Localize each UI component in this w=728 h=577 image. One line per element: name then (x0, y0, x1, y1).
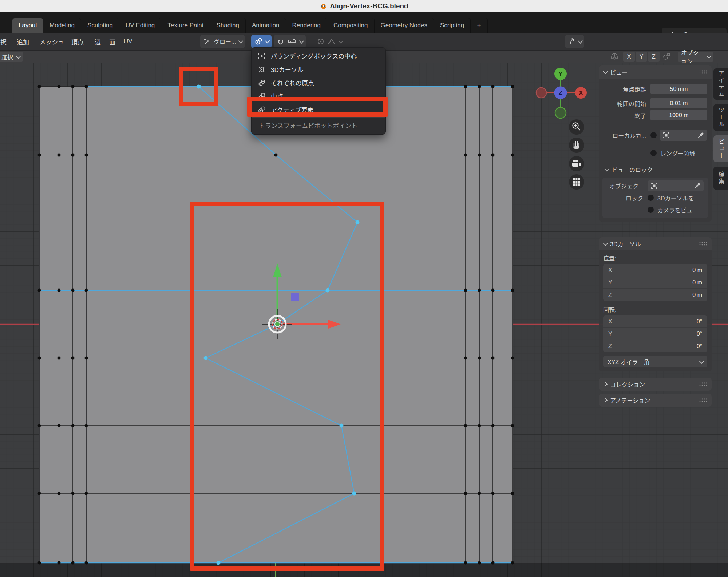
proportional-editing-group[interactable] (314, 35, 345, 48)
mirror-z-button[interactable]: Z (648, 52, 660, 62)
panel-title: 3Dカーソル (610, 239, 641, 248)
menu-item-median-point[interactable]: 中点 (252, 89, 385, 103)
lock-3d-cursor-checkbox[interactable] (648, 195, 654, 201)
rotation-label-row: 回転: (599, 304, 712, 315)
lock-cursor-row: ロック 3Dカーソルを... (602, 192, 708, 204)
zoom-button[interactable] (569, 119, 584, 135)
expand-chevron-icon (602, 382, 608, 387)
workspace-tab-animation[interactable]: Animation (246, 18, 286, 33)
cursor-rotation-y[interactable]: Y 0° (603, 328, 707, 340)
transform-orientation-dropdown[interactable]: グロー... (200, 35, 245, 48)
eyedropper-icon[interactable] (693, 182, 701, 190)
workspace-tab-scripting[interactable]: Scripting (434, 18, 471, 33)
cursor-location-x[interactable]: X 0 m (603, 264, 707, 276)
menu-face[interactable]: 面 (109, 33, 115, 50)
sidebar-tab-view[interactable]: ビュー (713, 135, 728, 162)
pivot-point-menu: バウンディングボックスの中心 3Dカーソル それぞれの原点 中点 アクティブ要素 (251, 47, 386, 135)
lock-camera-label: カメラをビュ... (657, 206, 697, 214)
chevron-down-icon (265, 39, 270, 43)
mirror-x-button[interactable]: X (623, 52, 635, 62)
eyedropper-icon[interactable] (697, 132, 704, 139)
menu-item-individual-origins[interactable]: それぞれの原点 (252, 76, 385, 89)
field-value: 50 mm (670, 86, 688, 92)
workspace-tab-rendering[interactable]: Rendering (286, 18, 327, 33)
axis-ball-negx[interactable] (536, 88, 546, 98)
clip-end-row: 終了 1000 m (599, 109, 712, 121)
menu-uv[interactable]: UV (124, 33, 132, 50)
lock-camera-row: カメラをビュ... (602, 204, 708, 216)
clip-end-field[interactable]: 1000 m (650, 110, 707, 120)
rotation-label: 回転: (603, 305, 616, 314)
toggle-ortho-button[interactable] (569, 174, 584, 190)
menu-item-bounding-box-center[interactable]: バウンディングボックスの中心 (252, 49, 385, 63)
drag-dots-icon[interactable] (699, 70, 707, 74)
rotation-mode-dropdown[interactable]: XYZ オイラー角 (603, 356, 707, 367)
pivot-point-icon (254, 37, 263, 46)
menu-vertex[interactable]: 頂点 (71, 33, 84, 50)
view-panel-header[interactable]: ビュー (599, 65, 712, 79)
cursor-location-z[interactable]: Z 0 m (603, 289, 707, 301)
panel-title: アノテーション (610, 396, 650, 405)
cursor-3d-icon (257, 65, 266, 74)
menu-item-label: アクティブ要素 (271, 105, 313, 114)
select-mode-dropdown[interactable]: 選択 (0, 52, 23, 62)
render-region-label: レンダー領域 (660, 149, 695, 158)
mirror-y-button[interactable]: Y (636, 52, 647, 62)
clip-start-row: 範囲の開始 0.01 m (599, 97, 712, 109)
cursor-panel-header[interactable]: 3Dカーソル (599, 237, 712, 250)
axis-value: 0 m (692, 279, 702, 286)
gizmos-dropdown[interactable] (565, 35, 584, 48)
collection-panel: コレクション (599, 378, 712, 391)
add-workspace-button[interactable]: + (471, 18, 488, 33)
chevron-down-icon (238, 39, 244, 44)
cursor-location-y[interactable]: Y 0 m (603, 276, 707, 289)
menu-item-active-element[interactable]: アクティブ要素 (252, 103, 385, 116)
field-value: 1000 m (669, 112, 688, 119)
sidebar-tab-edit[interactable]: 編集 (713, 167, 728, 190)
drag-dots-icon[interactable] (699, 242, 707, 246)
cursor-rotation-x[interactable]: X 0° (603, 315, 707, 328)
location-label-row: 位置: (599, 252, 712, 263)
workspace-tab-shading[interactable]: Shading (210, 18, 246, 33)
drag-dots-icon[interactable] (699, 398, 707, 402)
workspace-tab-texture-paint[interactable]: Texture Paint (161, 18, 210, 33)
menu-item-3d-cursor[interactable]: 3Dカーソル (252, 63, 385, 76)
workspace-tab-sculpting[interactable]: Sculpting (81, 18, 119, 33)
workspace-tab-modeling[interactable]: Modeling (43, 18, 81, 33)
camera-view-button[interactable] (569, 156, 584, 171)
annotation-panel-header[interactable]: アノテーション (599, 394, 712, 407)
render-region-checkbox[interactable] (650, 150, 657, 156)
chevron-down-icon (16, 54, 21, 59)
axis-label: X (608, 318, 612, 325)
clip-start-field[interactable]: 0.01 m (650, 98, 707, 108)
sidebar-tab-item[interactable]: アイテム (713, 68, 728, 100)
workspace-tab-geometry-nodes[interactable]: Geometry Nodes (375, 18, 434, 33)
view-lock-subheader[interactable]: ビューのロック (599, 163, 712, 175)
menu-edge[interactable]: 辺 (95, 33, 101, 50)
workspace-tab-uv-editing[interactable]: UV Editing (119, 18, 161, 33)
drag-dots-icon[interactable] (699, 382, 707, 386)
snapping-group[interactable] (274, 35, 306, 48)
local-camera-object-field[interactable] (660, 130, 707, 141)
blender-window: Align-Vertex-BCG.blend Layout Modeling S… (0, 0, 728, 577)
cursor-rotation-z[interactable]: Z 0° (603, 340, 707, 352)
menu-add[interactable]: 追加 (17, 33, 29, 50)
options-dropdown[interactable]: オプション (678, 52, 713, 62)
focal-length-field[interactable]: 50 mm (650, 84, 707, 94)
snap-proximity-icon[interactable] (661, 52, 671, 61)
menu-select[interactable]: 選択 (0, 33, 7, 50)
collapse-chevron-icon (603, 241, 608, 246)
axis-ball-negy[interactable] (555, 107, 566, 118)
pivot-point-dropdown[interactable] (251, 35, 272, 48)
lock-object-field[interactable] (648, 180, 704, 191)
pan-hand-button[interactable] (569, 138, 584, 153)
local-camera-checkbox[interactable] (650, 132, 657, 138)
lock-camera-checkbox[interactable] (648, 207, 654, 213)
annotation-panel: アノテーション (599, 394, 712, 407)
collection-panel-header[interactable]: コレクション (599, 378, 712, 391)
workspace-tab-layout[interactable]: Layout (12, 18, 43, 33)
axis-ball-y-label: Y (558, 71, 563, 77)
sidebar-tab-tool[interactable]: ツール (713, 104, 728, 131)
workspace-tab-compositing[interactable]: Compositing (327, 18, 375, 33)
menu-mesh[interactable]: メッシュ (39, 33, 64, 50)
